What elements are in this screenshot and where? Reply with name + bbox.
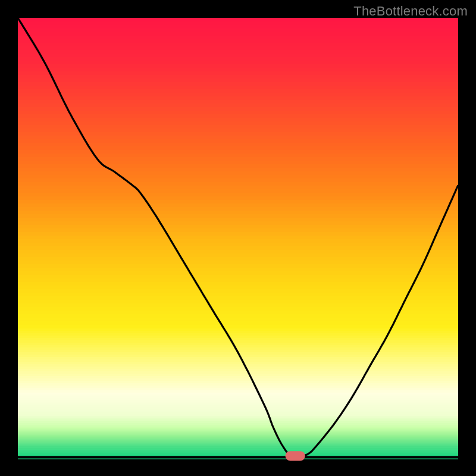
svg-rect-54 [18, 207, 458, 211]
svg-rect-37 [18, 146, 458, 151]
svg-rect-24 [18, 100, 458, 104]
svg-rect-77 [18, 289, 458, 293]
gradient-background [18, 18, 458, 459]
svg-rect-51 [18, 196, 458, 201]
svg-rect-8 [18, 43, 458, 47]
svg-rect-17 [18, 75, 458, 79]
svg-rect-78 [18, 293, 458, 297]
svg-rect-16 [18, 71, 458, 76]
svg-rect-21 [18, 89, 458, 93]
svg-rect-11 [18, 54, 458, 58]
svg-rect-82 [18, 307, 458, 311]
svg-rect-2 [18, 21, 458, 26]
svg-rect-39 [18, 154, 458, 158]
svg-rect-29 [18, 118, 458, 122]
svg-rect-44 [18, 171, 458, 176]
svg-rect-30 [18, 121, 458, 126]
svg-rect-83 [18, 311, 458, 315]
svg-rect-20 [18, 86, 458, 90]
svg-rect-80 [18, 300, 458, 304]
svg-rect-14 [18, 64, 458, 68]
chart-baseline [18, 456, 458, 458]
svg-rect-72 [18, 271, 458, 275]
svg-rect-53 [18, 203, 458, 208]
svg-rect-19 [18, 82, 458, 86]
svg-rect-10 [18, 50, 458, 54]
svg-rect-81 [18, 303, 458, 308]
svg-rect-13 [18, 61, 458, 65]
svg-rect-41 [18, 161, 458, 165]
svg-rect-66 [18, 250, 458, 254]
svg-rect-64 [18, 243, 458, 247]
svg-rect-6 [18, 36, 458, 40]
svg-rect-50 [18, 193, 458, 197]
svg-rect-57 [18, 218, 458, 222]
svg-rect-63 [18, 239, 458, 243]
svg-rect-9 [18, 46, 458, 51]
watermark-text: TheBottleneck.com [353, 4, 468, 19]
svg-rect-48 [18, 186, 458, 190]
svg-rect-43 [18, 168, 458, 172]
svg-rect-28 [18, 114, 458, 118]
svg-rect-85 [18, 318, 458, 322]
svg-rect-49 [18, 189, 458, 193]
svg-rect-75 [18, 282, 458, 286]
svg-rect-47 [18, 182, 458, 186]
svg-rect-4 [18, 29, 458, 33]
svg-rect-23 [18, 96, 458, 101]
svg-rect-52 [18, 200, 458, 204]
svg-rect-25 [18, 104, 458, 108]
svg-rect-58 [18, 221, 458, 226]
svg-rect-60 [18, 228, 458, 233]
svg-rect-68 [18, 257, 458, 261]
svg-rect-3 [18, 25, 458, 29]
svg-rect-46 [18, 178, 458, 183]
svg-rect-67 [18, 253, 458, 258]
svg-rect-45 [18, 175, 458, 179]
svg-rect-76 [18, 286, 458, 290]
svg-rect-7 [18, 39, 458, 43]
svg-rect-70 [18, 264, 458, 268]
svg-rect-59 [18, 225, 458, 229]
svg-rect-32 [18, 129, 458, 133]
svg-rect-61 [18, 232, 458, 236]
svg-rect-79 [18, 296, 458, 300]
svg-rect-73 [18, 275, 458, 279]
svg-rect-36 [18, 143, 458, 147]
svg-rect-62 [18, 236, 458, 240]
svg-rect-65 [18, 246, 458, 250]
svg-rect-55 [18, 211, 458, 215]
svg-rect-22 [18, 93, 458, 97]
svg-rect-84 [18, 314, 458, 318]
optimal-marker [286, 451, 305, 461]
svg-rect-74 [18, 278, 458, 283]
svg-rect-40 [18, 157, 458, 161]
svg-rect-42 [18, 164, 458, 168]
svg-rect-71 [18, 268, 458, 272]
bottleneck-chart [0, 0, 476, 476]
svg-rect-12 [18, 57, 458, 61]
svg-rect-27 [18, 111, 458, 115]
svg-rect-33 [18, 132, 458, 136]
svg-rect-18 [18, 79, 458, 83]
svg-rect-38 [18, 150, 458, 154]
svg-rect-69 [18, 261, 458, 265]
svg-rect-5 [18, 32, 458, 36]
svg-rect-31 [18, 125, 458, 129]
svg-rect-15 [18, 68, 458, 72]
svg-rect-26 [18, 107, 458, 111]
svg-rect-56 [18, 214, 458, 218]
